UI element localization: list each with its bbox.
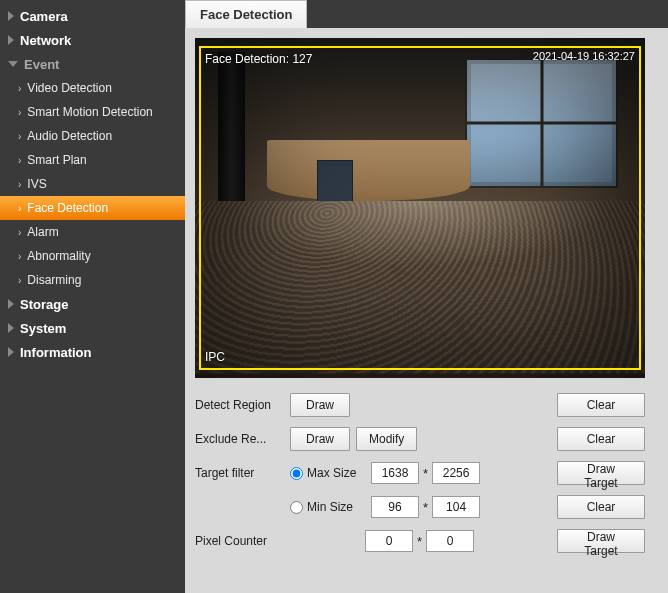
detection-region-rect [199,46,641,370]
row-target-filter-min: Min Size * Clear [195,492,645,522]
chevron-right-icon: › [18,131,21,142]
exclude-region-clear-button[interactable]: Clear [557,427,645,451]
overlay-face-count: Face Detection: 127 [205,52,312,66]
max-size-radio[interactable] [290,467,303,480]
max-size-label: Max Size [307,466,363,480]
tab-label: Face Detection [200,7,292,22]
nav-information[interactable]: Information [0,340,185,364]
size-separator: * [423,466,428,481]
nav-camera[interactable]: Camera [0,4,185,28]
min-size-label: Min Size [307,500,363,514]
nav-sub-label: Audio Detection [27,129,112,143]
size-separator: * [423,500,428,515]
chevron-right-icon: › [18,251,21,262]
nav-sub-label: Video Detection [27,81,112,95]
row-exclude-region: Exclude Re... Draw Modify Clear [195,424,645,454]
target-filter-label: Target filter [195,466,290,480]
chevron-right-icon: › [18,179,21,190]
chevron-right-icon [8,35,14,45]
exclude-region-label: Exclude Re... [195,432,290,446]
pixel-counter-height-input[interactable] [426,530,474,552]
nav-label: Network [20,33,71,48]
nav-video-detection[interactable]: › Video Detection [0,76,185,100]
nav-network[interactable]: Network [0,28,185,52]
min-size-width-input[interactable] [371,496,419,518]
tab-bar: Face Detection [185,0,668,28]
nav-sub-label: Disarming [27,273,81,287]
nav-ivs[interactable]: › IVS [0,172,185,196]
exclude-region-modify-button[interactable]: Modify [356,427,417,451]
nav-smart-plan[interactable]: › Smart Plan [0,148,185,172]
nav-audio-detection[interactable]: › Audio Detection [0,124,185,148]
nav-alarm[interactable]: › Alarm [0,220,185,244]
nav-face-detection[interactable]: › Face Detection [0,196,185,220]
nav-storage[interactable]: Storage [0,292,185,316]
max-size-width-input[interactable] [371,462,419,484]
chevron-right-icon: › [18,107,21,118]
nav-disarming[interactable]: › Disarming [0,268,185,292]
nav-label: Storage [20,297,68,312]
nav-label: Information [20,345,92,360]
overlay-timestamp: 2021-04-19 16:32:27 [533,50,635,62]
min-size-height-input[interactable] [432,496,480,518]
detect-region-label: Detect Region [195,398,290,412]
nav-abnormality[interactable]: › Abnormality [0,244,185,268]
size-separator: * [417,534,422,549]
nav-label: Camera [20,9,68,24]
chevron-right-icon [8,323,14,333]
chevron-right-icon: › [18,83,21,94]
nav-label: System [20,321,66,336]
overlay-channel: IPC [205,350,225,364]
pixel-counter-draw-target-button[interactable]: Draw Target [557,529,645,553]
nav-sub-label: Alarm [27,225,58,239]
chevron-right-icon: › [18,275,21,286]
main-panel: Face Detection Face Detection: 127 2021-… [185,0,668,593]
row-pixel-counter: Pixel Counter * Draw Target [195,526,645,556]
nav-sub-label: Smart Motion Detection [27,105,152,119]
pixel-counter-label: Pixel Counter [195,534,290,548]
chevron-right-icon [8,347,14,357]
content-area: Face Detection: 127 2021-04-19 16:32:27 … [185,28,668,593]
pixel-counter-width-input[interactable] [365,530,413,552]
min-size-clear-button[interactable]: Clear [557,495,645,519]
nav-sub-label: Abnormality [27,249,90,263]
max-size-height-input[interactable] [432,462,480,484]
row-target-filter-max: Target filter Max Size * Draw Target [195,458,645,488]
chevron-right-icon [8,299,14,309]
nav-sub-label: Smart Plan [27,153,86,167]
max-size-draw-target-button[interactable]: Draw Target [557,461,645,485]
nav-sub-label: Face Detection [27,201,108,215]
nav-system[interactable]: System [0,316,185,340]
row-detect-region: Detect Region Draw Clear [195,390,645,420]
chevron-right-icon: › [18,155,21,166]
chevron-right-icon [8,11,14,21]
chevron-right-icon: › [18,227,21,238]
nav-smart-motion-detection[interactable]: › Smart Motion Detection [0,100,185,124]
detect-region-clear-button[interactable]: Clear [557,393,645,417]
nav-label: Event [24,57,59,72]
nav-event[interactable]: Event [0,52,185,76]
nav-sub-label: IVS [27,177,46,191]
detect-region-draw-button[interactable]: Draw [290,393,350,417]
video-preview[interactable]: Face Detection: 127 2021-04-19 16:32:27 … [195,38,645,378]
chevron-down-icon [8,61,18,67]
chevron-right-icon: › [18,203,21,214]
sidebar: Camera Network Event › Video Detection ›… [0,0,185,593]
exclude-region-draw-button[interactable]: Draw [290,427,350,451]
min-size-radio[interactable] [290,501,303,514]
tab-face-detection[interactable]: Face Detection [185,0,307,28]
